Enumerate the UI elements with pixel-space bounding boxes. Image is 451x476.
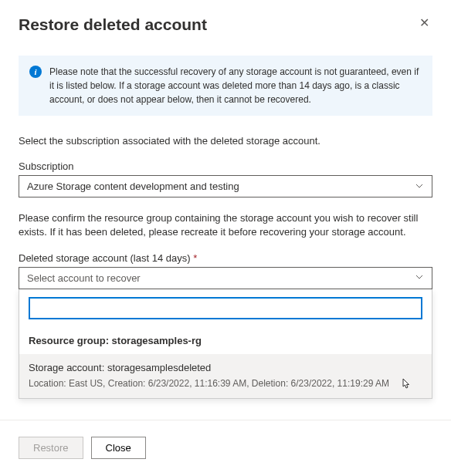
deleted-account-placeholder: Select account to recover	[27, 272, 141, 284]
deleted-account-dropdown: Resource group: storagesamples-rg Storag…	[19, 289, 432, 399]
deleted-account-label: Deleted storage account (last 14 days) *	[19, 252, 432, 264]
subscription-value: Azure Storage content development and te…	[27, 181, 239, 192]
chevron-down-icon	[415, 181, 424, 192]
info-banner: i Please note that the successful recove…	[19, 56, 432, 116]
dropdown-option-details: Location: East US, Creation: 6/23/2022, …	[29, 378, 422, 389]
page-title: Restore deleted account	[19, 15, 207, 34]
dropdown-option[interactable]: Storage account: storagesamplesdeleted L…	[19, 354, 432, 398]
subscription-label: Subscription	[19, 160, 432, 172]
subscription-instruction: Select the subscription associated with …	[19, 134, 432, 148]
footer-divider	[0, 420, 451, 420]
close-button[interactable]: Close	[91, 437, 146, 459]
dropdown-search-input[interactable]	[29, 297, 422, 319]
resource-group-instruction: Please confirm the resource group contai…	[19, 211, 432, 239]
restore-button: Restore	[19, 437, 83, 459]
cursor-icon	[399, 377, 412, 393]
dropdown-group-header: Resource group: storagesamples-rg	[19, 327, 432, 354]
required-indicator: *	[193, 252, 197, 264]
info-icon: i	[29, 66, 42, 78]
chevron-down-icon	[415, 272, 424, 283]
dropdown-option-title: Storage account: storagesamplesdeleted	[29, 362, 422, 373]
close-icon[interactable]: ✕	[416, 15, 432, 31]
deleted-account-select[interactable]: Select account to recover	[19, 267, 432, 289]
info-text: Please note that the successful recovery…	[49, 65, 422, 106]
subscription-select[interactable]: Azure Storage content development and te…	[19, 175, 432, 197]
